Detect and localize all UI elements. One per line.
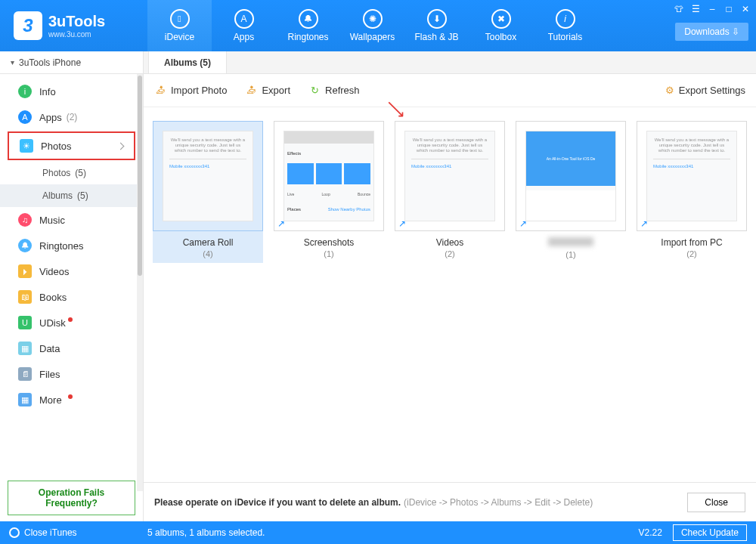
- main-tabs: iDevice AApps 🔔︎Ringtones ✺Wallpapers ⬇…: [147, 0, 597, 51]
- subtab-albums[interactable]: Albums (5): [148, 51, 227, 73]
- nav-videos[interactable]: ⏵︎Videos: [0, 258, 143, 284]
- device-header[interactable]: ▾3uTools iPhone: [0, 51, 143, 74]
- shortcut-icon: ↗: [640, 218, 649, 227]
- album-count: (2): [445, 249, 454, 258]
- tab-flashjb[interactable]: ⬇︎Flash & JB: [404, 0, 469, 51]
- downloads-button[interactable]: Downloads ⇩: [675, 23, 748, 41]
- shortcut-icon: ↗: [398, 218, 407, 227]
- shortcut-icon: ↗: [519, 218, 528, 227]
- apple-icon: : [170, 9, 190, 29]
- logo-icon: 3: [14, 11, 42, 40]
- nav-music[interactable]: ♫Music: [0, 207, 143, 233]
- nav-apps[interactable]: AApps(2): [0, 104, 143, 130]
- tab-tutorials[interactable]: iTutorials: [533, 0, 597, 51]
- minimize-button[interactable]: –: [706, 3, 718, 15]
- tab-wallpapers[interactable]: ✺Wallpapers: [340, 0, 404, 51]
- tab-toolbox[interactable]: ✖Toolbox: [469, 0, 533, 51]
- album-thumb: An All-in-One Tool for iOS De↗: [516, 121, 626, 231]
- nav-more[interactable]: ▦More: [0, 387, 143, 413]
- nav-data[interactable]: ▦Data: [0, 335, 143, 361]
- info-nav-icon: i: [18, 85, 32, 98]
- more-nav-icon: ▦: [18, 393, 32, 406]
- gear-icon: ⚙: [665, 85, 674, 96]
- album-card[interactable]: We'll send you a text message with a uni…: [395, 121, 505, 263]
- sidebar: ▾3uTools iPhone iInfo AApps(2) ☀︎Photos …: [0, 51, 144, 521]
- app-header: 3 3uTools www.3u.com iDevice AApps 🔔︎Ri…: [0, 0, 756, 51]
- album-title: Camera Roll: [183, 237, 234, 248]
- appstore-icon: A: [234, 9, 254, 29]
- export-icon: 📤︎: [245, 85, 257, 97]
- app-name: 3uTools: [48, 13, 105, 30]
- main-panel: Albums (5) 📥︎Import Photo 📤︎Export ↻Refr…: [144, 51, 756, 521]
- chevron-down-icon: ▾: [11, 58, 14, 66]
- import-icon: 📥︎: [154, 85, 166, 97]
- album-card[interactable]: An All-in-One Tool for iOS De↗(1): [516, 121, 626, 264]
- skin-icon[interactable]: 👕︎: [673, 3, 685, 15]
- files-nav-icon: 📄︎: [18, 367, 32, 381]
- hint-close-button[interactable]: Close: [687, 493, 745, 512]
- sub-header: Albums (5): [144, 51, 756, 74]
- close-button[interactable]: ✕: [739, 3, 751, 15]
- album-card[interactable]: EffectsLiveLoopBouncePlacesShow Nearby P…: [274, 121, 384, 263]
- book-nav-icon: 📖︎: [18, 290, 32, 304]
- album-title: Import from PC: [661, 237, 722, 248]
- album-thumb: We'll send you a text message with a uni…: [637, 121, 747, 231]
- shortcut-icon: ↗: [277, 218, 287, 227]
- album-thumb: We'll send you a text message with a uni…: [153, 121, 263, 231]
- album-title: Videos: [436, 237, 463, 248]
- export-button[interactable]: 📤︎Export: [245, 85, 290, 97]
- nav-photos[interactable]: ☀︎Photos: [9, 133, 134, 159]
- nav-info[interactable]: iInfo: [0, 79, 143, 104]
- bell-nav-icon: 🔔︎: [18, 239, 32, 252]
- bell-icon: 🔔︎: [299, 9, 318, 29]
- info-icon: i: [556, 9, 575, 29]
- nav-photos-sub[interactable]: Photos(5): [0, 162, 143, 184]
- album-title: Screenshots: [304, 237, 355, 248]
- album-count: (1): [324, 249, 333, 258]
- hint-bar: Please operate on iDevice if you want to…: [144, 482, 756, 521]
- menu-icon[interactable]: ☰: [689, 3, 702, 15]
- tab-idevice[interactable]: iDevice: [147, 0, 212, 51]
- apps-nav-icon: A: [18, 110, 32, 124]
- album-card[interactable]: We'll send you a text message with a uni…: [153, 121, 263, 263]
- tab-apps[interactable]: AApps: [212, 0, 276, 51]
- music-nav-icon: ♫: [18, 213, 32, 227]
- ring-icon: [9, 527, 20, 538]
- import-photo-button[interactable]: 📥︎Import Photo: [154, 85, 227, 97]
- export-settings-button[interactable]: ⚙Export Settings: [665, 85, 745, 96]
- album-count: (1): [565, 250, 575, 259]
- logo-block: 3 3uTools www.3u.com: [0, 11, 147, 40]
- window-controls: 👕︎ ☰ – □ ✕: [673, 3, 751, 15]
- check-update-button[interactable]: Check Update: [673, 524, 747, 541]
- nav-ringtones[interactable]: 🔔︎Ringtones: [0, 233, 143, 258]
- close-itunes-button[interactable]: Close iTunes: [9, 527, 147, 538]
- scrollbar-thumb[interactable]: [138, 76, 142, 276]
- box-icon: ⬇︎: [427, 9, 447, 29]
- sidebar-scrollbar[interactable]: [137, 74, 143, 491]
- udisk-nav-icon: U: [18, 316, 32, 329]
- selection-status: 5 albums, 1 albums selected.: [147, 527, 639, 538]
- album-title: [548, 237, 593, 249]
- toolbar: 📥︎Import Photo 📤︎Export ↻Refresh ⚙Export…: [144, 74, 756, 107]
- flower-icon: ✺: [363, 9, 383, 29]
- data-nav-icon: ▦: [18, 342, 32, 355]
- hint-path: (iDevice -> Photos -> Albums -> Edit -> …: [404, 497, 593, 508]
- sidebar-nav: iInfo AApps(2) ☀︎Photos Photos(5) Albums…: [0, 74, 143, 474]
- hint-text: Please operate on iDevice if you want to…: [154, 497, 401, 508]
- refresh-button[interactable]: ↻Refresh: [308, 85, 360, 97]
- video-nav-icon: ⏵︎: [18, 264, 32, 278]
- tab-ringtones[interactable]: 🔔︎Ringtones: [276, 0, 340, 51]
- operation-fails-link[interactable]: Operation Fails Frequently?: [8, 481, 135, 515]
- refresh-icon: ↻: [308, 85, 321, 97]
- nav-albums-sub[interactable]: Albums(5): [0, 184, 143, 207]
- nav-files[interactable]: 📄︎Files: [0, 361, 143, 387]
- maximize-button[interactable]: □: [723, 3, 735, 15]
- album-count: (2): [686, 249, 696, 258]
- status-bar: Close iTunes 5 albums, 1 albums selected…: [0, 521, 756, 544]
- nav-books[interactable]: 📖︎Books: [0, 284, 143, 310]
- nav-udisk[interactable]: UUDisk: [0, 310, 143, 335]
- albums-grid: We'll send you a text message with a uni…: [144, 107, 756, 482]
- album-thumb: We'll send you a text message with a uni…: [395, 121, 505, 231]
- app-site: www.3u.com: [48, 30, 105, 39]
- album-card[interactable]: We'll send you a text message with a uni…: [637, 121, 747, 263]
